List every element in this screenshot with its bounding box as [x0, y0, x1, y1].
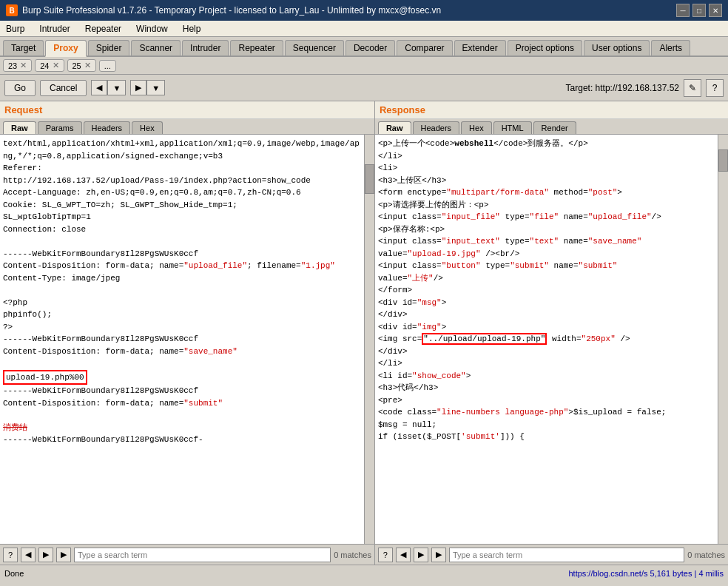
response-search-bar: ? ◀ ▶ ▶ 0 matches	[375, 544, 728, 565]
back-nav-group: ◀ ▼	[91, 80, 126, 95]
tab-decoder[interactable]: Decoder	[346, 40, 395, 55]
response-scrollbar[interactable]	[718, 135, 728, 544]
res-tab-html[interactable]: HTML	[493, 121, 532, 134]
toolbar: Go Cancel ◀ ▼ ▶ ▼ Target: http://192.168…	[0, 75, 728, 101]
tab-spider[interactable]: Spider	[88, 40, 130, 55]
target-text: Target: http://192.168.137.52	[566, 83, 679, 93]
request-content[interactable]: text/html,application/xhtml+xml,applicat…	[0, 135, 374, 544]
res-search-options[interactable]: ▶	[431, 548, 446, 562]
request-text: text/html,application/xhtml+xml,applicat…	[3, 138, 371, 446]
res-tab-hex[interactable]: Hex	[461, 121, 492, 134]
menu-repeater[interactable]: Repeater	[82, 23, 124, 35]
close-tab-25[interactable]: ✕	[84, 61, 91, 70]
request-scrollbar-thumb[interactable]	[365, 164, 374, 194]
response-panel: Response Raw Headers Hex HTML Render <p>…	[375, 101, 728, 565]
request-scrollbar[interactable]	[364, 135, 374, 544]
more-tabs-button[interactable]: ...	[99, 60, 116, 72]
req-search-forward[interactable]: ▶	[38, 548, 53, 562]
tab-extender[interactable]: Extender	[454, 40, 506, 55]
response-header: Response	[375, 101, 728, 119]
maximize-button[interactable]: □	[692, 4, 706, 17]
res-search-forward[interactable]: ▶	[414, 548, 428, 562]
res-search-back[interactable]: ◀	[396, 548, 411, 562]
tab-24[interactable]: 24 ✕	[35, 59, 64, 72]
response-match-count: 0 matches	[687, 550, 725, 559]
status-right: https://blog.csdn.net/s 5,161 bytes | 4 …	[568, 569, 724, 578]
response-content[interactable]: <p>上传一个<code>webshell</code>到服务器。</p> </…	[375, 135, 728, 544]
menu-burp[interactable]: Burp	[3, 23, 27, 35]
tab-25[interactable]: 25 ✕	[67, 59, 96, 72]
req-search-options[interactable]: ▶	[56, 548, 71, 562]
tab-comparer[interactable]: Comparer	[397, 40, 452, 55]
tab-23[interactable]: 23 ✕	[3, 59, 32, 72]
forward-button[interactable]: ▶	[130, 80, 146, 95]
close-tab-24[interactable]: ✕	[53, 61, 59, 70]
title-bar: B Burp Suite Professional v1.7.26 - Temp…	[0, 0, 728, 21]
cancel-button[interactable]: Cancel	[40, 80, 87, 96]
forward-nav-group: ▶ ▼	[130, 80, 165, 95]
tab-proxy[interactable]: Proxy	[45, 40, 86, 57]
title-text: Burp Suite Professional v1.7.26 - Tempor…	[22, 5, 441, 16]
request-match-count: 0 matches	[334, 550, 371, 559]
minimize-button[interactable]: ─	[676, 4, 690, 17]
request-panel: Request Raw Params Headers Hex text/html…	[0, 101, 375, 565]
req-tab-params[interactable]: Params	[38, 121, 82, 134]
req-tab-hex[interactable]: Hex	[132, 121, 163, 134]
tab-user-options[interactable]: User options	[584, 40, 650, 55]
forward-dropdown-button[interactable]: ▼	[146, 80, 165, 95]
status-bar: Done https://blog.csdn.net/s 5,161 bytes…	[0, 565, 728, 581]
main-tab-bar: Target Proxy Spider Scanner Intruder Rep…	[0, 37, 728, 57]
menu-bar: Burp Intruder Repeater Window Help	[0, 21, 728, 37]
window-controls[interactable]: ─ □ ✕	[676, 4, 722, 17]
response-scrollbar-thumb[interactable]	[718, 149, 728, 172]
res-search-help[interactable]: ?	[378, 548, 393, 562]
req-tab-raw[interactable]: Raw	[3, 121, 36, 134]
tab-alerts[interactable]: Alerts	[651, 40, 690, 55]
close-button[interactable]: ✕	[709, 4, 722, 17]
status-left: Done	[4, 569, 24, 578]
tab-scanner[interactable]: Scanner	[131, 40, 181, 55]
response-text: <p>上传一个<code>webshell</code>到服务器。</p> </…	[378, 138, 725, 443]
res-tab-render[interactable]: Render	[533, 121, 576, 134]
app-icon: B	[6, 4, 18, 16]
help-button[interactable]: ?	[706, 79, 724, 97]
edit-target-button[interactable]: ✎	[684, 79, 701, 97]
tab-project-options[interactable]: Project options	[508, 40, 582, 55]
res-tab-headers[interactable]: Headers	[413, 121, 460, 134]
req-tab-headers[interactable]: Headers	[84, 121, 131, 134]
request-header: Request	[0, 101, 374, 119]
response-tabs: Raw Headers Hex HTML Render	[375, 119, 728, 135]
back-dropdown-button[interactable]: ▼	[107, 80, 126, 95]
main-content: Request Raw Params Headers Hex text/html…	[0, 101, 728, 565]
tab-sequencer[interactable]: Sequencer	[285, 40, 344, 55]
tab-repeater[interactable]: Repeater	[230, 40, 283, 55]
req-search-help[interactable]: ?	[3, 548, 18, 562]
go-button[interactable]: Go	[4, 80, 36, 96]
request-search-bar: ? ◀ ▶ ▶ 0 matches	[0, 544, 374, 565]
target-label: Target: http://192.168.137.52	[566, 83, 679, 93]
numbered-tab-bar: 23 ✕ 24 ✕ 25 ✕ ...	[0, 57, 728, 75]
menu-intruder[interactable]: Intruder	[36, 23, 73, 35]
back-button[interactable]: ◀	[91, 80, 107, 95]
menu-help[interactable]: Help	[180, 23, 204, 35]
tab-target[interactable]: Target	[3, 40, 44, 55]
menu-window[interactable]: Window	[133, 23, 171, 35]
tab-intruder[interactable]: Intruder	[182, 40, 229, 55]
close-tab-23[interactable]: ✕	[20, 61, 27, 70]
res-tab-raw[interactable]: Raw	[378, 121, 411, 134]
request-tabs: Raw Params Headers Hex	[0, 119, 374, 135]
response-search-input[interactable]	[449, 548, 684, 562]
req-search-back[interactable]: ◀	[21, 548, 36, 562]
request-search-input[interactable]	[74, 548, 331, 562]
upload-filename-highlight: upload-19.php%00	[3, 373, 87, 382]
img-src-line: <img src="../upload/upload-19.php" width…	[378, 333, 630, 345]
